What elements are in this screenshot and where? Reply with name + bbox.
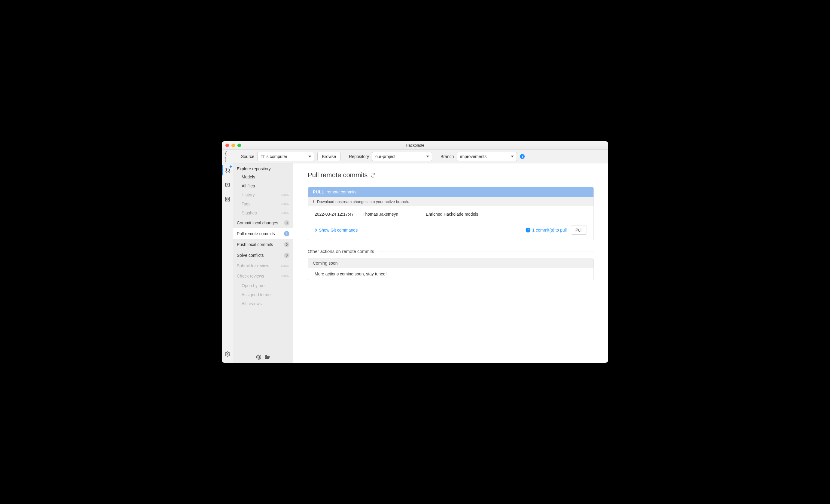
folder-open-icon[interactable] <box>264 355 270 360</box>
commit-author: Thomas Jakemeyn <box>363 212 420 216</box>
svg-point-0 <box>226 168 227 170</box>
vertical-rail <box>222 163 233 363</box>
sidebar-item-tags: TagsSOON <box>233 199 293 208</box>
commit-message: Enriched Hackolade models <box>426 212 478 216</box>
commits-to-pull-info: i 1 commit(s) to pull <box>525 228 567 233</box>
pull-card-body: 2022-03-24 12:17:47 Thomas Jakemeyn Enri… <box>308 206 594 224</box>
sidebar-item-commit-local[interactable]: Commit local changes 0 <box>233 217 293 228</box>
sidebar-footer <box>233 351 293 363</box>
titlebar: Hackolade <box>222 141 608 149</box>
svg-rect-4 <box>228 183 229 187</box>
svg-rect-5 <box>225 197 227 199</box>
commit-row: 2022-03-24 12:17:47 Thomas Jakemeyn Enri… <box>315 212 587 216</box>
browse-button[interactable]: Browse <box>317 152 341 161</box>
globe-icon[interactable] <box>256 355 261 360</box>
toolbar: { } Source This computer Browse Reposito… <box>222 149 608 163</box>
sidebar: Explore repository Models All files Hist… <box>233 163 293 363</box>
info-icon: i <box>525 228 531 233</box>
soon-badge: SOON <box>281 274 289 277</box>
sidebar-item-submit-review: Submit for review SOON <box>233 261 293 271</box>
sidebar-item-allfiles[interactable]: All files <box>233 181 293 191</box>
pull-card-actions: Show Git commands i 1 commit(s) to pull … <box>308 224 594 240</box>
main-content: Pull remote commits PULL remote commits … <box>293 163 608 363</box>
pull-button[interactable]: Pull <box>571 226 587 235</box>
count-badge: 1 <box>284 231 289 236</box>
count-badge: 0 <box>284 242 289 247</box>
divider-line <box>378 251 594 251</box>
pull-card-header: PULL remote commits <box>308 187 594 197</box>
other-actions-section-title: Other actions on remote commits <box>308 249 594 254</box>
window-title: Hackolade <box>222 143 608 147</box>
refresh-icon[interactable] <box>371 173 375 177</box>
repository-select[interactable]: our-project <box>372 152 432 161</box>
sidebar-item-solve-conflicts[interactable]: Solve conflicts 0 <box>233 250 293 261</box>
settings-gear-icon[interactable] <box>222 349 232 359</box>
sidebar-explore-header: Explore repository <box>233 163 293 172</box>
branch-label: Branch <box>441 154 454 159</box>
rail-compare-icon[interactable] <box>222 179 232 190</box>
source-label: Source <box>241 154 254 159</box>
rail-grid-icon[interactable] <box>222 194 232 204</box>
info-i-icon: i <box>313 199 314 204</box>
chevron-right-icon <box>315 228 317 232</box>
sidebar-item-history: HistorySOON <box>233 191 293 199</box>
soon-badge: SOON <box>281 264 289 267</box>
sidebar-item-check-reviews: Check reviews SOON <box>233 271 293 281</box>
coming-soon-header: Coming soon <box>308 258 594 268</box>
svg-point-1 <box>226 171 227 172</box>
app-body: Explore repository Models All files Hist… <box>222 163 608 363</box>
rail-repo-icon[interactable] <box>222 165 232 175</box>
app-window: Hackolade { } Source This computer Brows… <box>222 141 608 363</box>
svg-point-2 <box>229 171 230 172</box>
sidebar-item-pull-remote[interactable]: Pull remote commits 1 <box>233 228 293 239</box>
show-git-commands-link[interactable]: Show Git commands <box>315 228 358 233</box>
sidebar-item-all-reviews: All reviews <box>233 299 293 308</box>
coming-soon-body: More actions coming soon, stay tuned! <box>308 268 594 280</box>
count-badge: 0 <box>284 220 289 226</box>
repository-label: Repository <box>349 154 369 159</box>
page-title: Pull remote commits <box>308 171 594 179</box>
svg-point-9 <box>227 354 228 355</box>
coming-soon-card: Coming soon More actions coming soon, st… <box>308 258 594 280</box>
soon-badge: SOON <box>281 211 289 214</box>
sidebar-item-open-by-me: Open by me <box>233 281 293 290</box>
svg-rect-3 <box>225 183 227 187</box>
branch-select[interactable]: improvements <box>457 152 517 161</box>
pull-card: PULL remote commits i Download upstream … <box>308 187 594 240</box>
sidebar-item-models[interactable]: Models <box>233 172 293 181</box>
svg-rect-8 <box>228 200 229 201</box>
source-select[interactable]: This computer <box>257 152 314 161</box>
brand-braces-icon: { } <box>224 152 232 161</box>
sidebar-item-push-local[interactable]: Push local commits 0 <box>233 239 293 250</box>
svg-rect-7 <box>225 200 227 201</box>
soon-badge: SOON <box>281 194 289 196</box>
count-badge: 0 <box>284 253 289 258</box>
sidebar-item-assigned-to-me: Assigned to me <box>233 290 293 299</box>
svg-rect-6 <box>228 197 229 199</box>
pull-card-info: i Download upstream changes into your ac… <box>308 197 594 206</box>
commit-date: 2022-03-24 12:17:47 <box>315 212 357 216</box>
soon-badge: SOON <box>281 202 289 205</box>
sidebar-item-stashes: StashesSOON <box>233 208 293 217</box>
info-icon[interactable]: i <box>520 154 525 159</box>
